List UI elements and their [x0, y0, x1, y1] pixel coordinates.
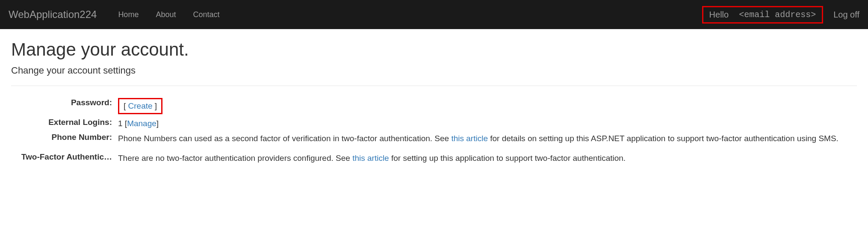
value-password: [ Create ]: [118, 98, 857, 114]
navbar-right: Hello <email address> Log off: [702, 6, 859, 24]
external-login-count: 1 [: [118, 119, 127, 128]
row-phone: Phone Number: Phone Numbers can used as …: [11, 133, 857, 145]
label-external-logins: External Logins:: [11, 118, 118, 127]
bracket-close: ]: [153, 101, 157, 110]
label-phone: Phone Number:: [11, 133, 118, 142]
phone-text-after: for details on setting up this ASP.NET a…: [488, 134, 838, 143]
hello-link[interactable]: Hello: [709, 10, 729, 20]
value-phone: Phone Numbers can used as a second facto…: [118, 133, 845, 145]
divider: [11, 86, 857, 86]
twofactor-text-after: for setting up this application to suppo…: [389, 154, 626, 163]
phone-text-before: Phone Numbers can used as a second facto…: [118, 134, 451, 143]
logoff-link[interactable]: Log off: [833, 10, 859, 20]
external-login-suffix: ]: [156, 119, 159, 128]
navbar-brand[interactable]: WebApplication224: [9, 9, 97, 21]
create-highlight: [ Create ]: [118, 98, 162, 114]
twofactor-article-link[interactable]: this article: [352, 154, 389, 163]
bracket-open: [: [124, 101, 128, 110]
navbar: WebApplication224 Home About Contact Hel…: [0, 0, 868, 29]
phone-article-link[interactable]: this article: [451, 134, 488, 143]
label-password: Password:: [11, 98, 118, 107]
row-external-logins: External Logins: 1 [Manage]: [11, 118, 857, 130]
value-external-logins: 1 [Manage]: [118, 118, 857, 130]
hello-user-highlight: Hello <email address>: [702, 6, 824, 24]
page-title: Manage your account.: [11, 39, 857, 60]
page-subtitle: Change your account settings: [11, 65, 857, 76]
twofactor-text-before: There are no two-factor authentication p…: [118, 154, 352, 163]
row-password: Password: [ Create ]: [11, 98, 857, 114]
row-twofactor: Two-Factor Authentic… There are no two-f…: [11, 152, 857, 164]
manage-external-logins-link[interactable]: Manage: [127, 119, 156, 128]
nav-home[interactable]: Home: [118, 10, 139, 19]
nav-contact[interactable]: Contact: [193, 10, 219, 19]
main-container: Manage your account. Change your account…: [0, 29, 868, 178]
value-twofactor: There are no two-factor authentication p…: [118, 152, 857, 164]
nav-about[interactable]: About: [156, 10, 176, 19]
create-password-link[interactable]: Create: [128, 101, 153, 110]
navbar-left: WebApplication224 Home About Contact: [9, 9, 228, 21]
label-twofactor: Two-Factor Authentic…: [11, 152, 118, 162]
user-email-placeholder: <email address>: [739, 10, 816, 20]
